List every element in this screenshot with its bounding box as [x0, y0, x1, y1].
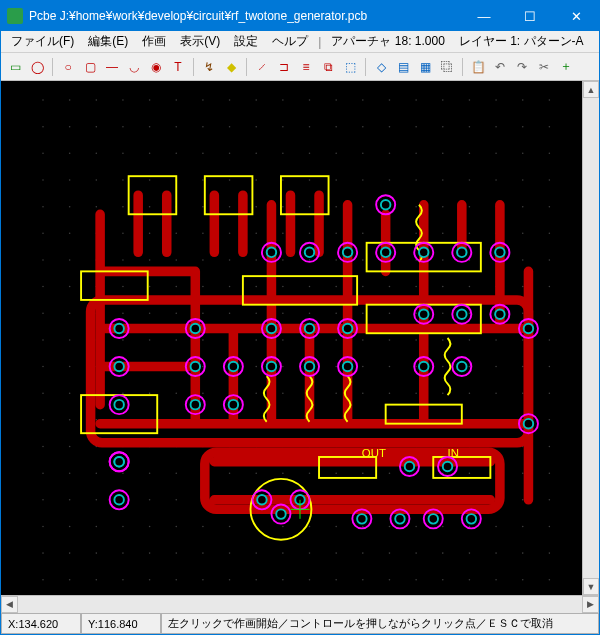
svg-point-173	[389, 312, 391, 314]
hscroll-track[interactable]	[18, 596, 582, 613]
svg-point-290	[309, 472, 311, 474]
svg-point-197	[495, 339, 497, 341]
menu-help[interactable]: ヘルプ	[266, 31, 314, 52]
svg-point-296	[469, 472, 471, 474]
paste-icon[interactable]: 📋	[468, 57, 488, 77]
svg-point-304	[149, 499, 151, 501]
scroll-down-icon[interactable]: ▼	[583, 578, 599, 595]
maximize-button[interactable]: ☐	[507, 1, 553, 31]
svg-point-58	[522, 153, 524, 155]
svg-point-362	[96, 579, 98, 581]
svg-point-291	[335, 472, 337, 474]
layer-info[interactable]: レイヤー 1: パターン-A	[453, 31, 590, 52]
aperture-info[interactable]: アパーチャ 18: 1.000	[325, 31, 450, 52]
svg-point-305	[175, 499, 177, 501]
minimize-button[interactable]: —	[461, 1, 507, 31]
svg-point-260	[42, 446, 44, 448]
svg-point-17	[495, 99, 497, 101]
svg-point-301	[69, 499, 71, 501]
pcb-canvas[interactable]: OUT IN	[1, 81, 599, 595]
svg-point-175	[442, 312, 444, 314]
lasso-icon[interactable]: ◇	[371, 57, 391, 77]
svg-point-375	[442, 579, 444, 581]
svg-point-300	[42, 499, 44, 501]
svg-point-280	[42, 472, 44, 474]
svg-point-23	[122, 126, 124, 128]
menu-file[interactable]: ファイル(F)	[5, 31, 80, 52]
svg-point-80	[42, 206, 44, 208]
shape-circle-icon[interactable]: ○	[58, 57, 78, 77]
svg-point-367	[229, 579, 231, 581]
scroll-up-icon[interactable]: ▲	[583, 81, 599, 98]
svg-point-62	[96, 179, 98, 181]
titlebar[interactable]: Pcbe J:¥home¥work¥develop¥circuit¥rf_two…	[1, 1, 599, 31]
svg-point-194	[415, 339, 417, 341]
svg-point-40	[42, 153, 44, 155]
vertical-scrollbar[interactable]: ▲ ▼	[582, 81, 599, 595]
horizontal-scrollbar[interactable]: ◀ ▶	[1, 595, 599, 612]
redo-icon[interactable]: ↷	[512, 57, 532, 77]
svg-point-18	[522, 99, 524, 101]
group-icon[interactable]: ⧉	[318, 57, 338, 77]
align-icon[interactable]: ≡	[296, 57, 316, 77]
svg-point-341	[69, 552, 71, 554]
svg-point-232	[362, 392, 364, 394]
arc-icon[interactable]: ◡	[124, 57, 144, 77]
svg-point-423	[305, 324, 315, 334]
cut2-icon[interactable]: ✂	[534, 57, 554, 77]
svg-point-171	[335, 312, 337, 314]
svg-point-33	[389, 126, 391, 128]
donut-icon[interactable]: ◉	[146, 57, 166, 77]
text-icon[interactable]: T	[168, 57, 188, 77]
svg-point-361	[69, 579, 71, 581]
svg-point-334	[415, 526, 417, 528]
menu-view[interactable]: 表示(V)	[174, 31, 226, 52]
svg-point-346	[202, 552, 204, 554]
svg-point-19	[549, 99, 551, 101]
target-icon[interactable]: ＋	[556, 57, 576, 77]
svg-point-183	[122, 339, 124, 341]
shape-rect-icon[interactable]: ▢	[80, 57, 100, 77]
svg-point-211	[335, 366, 337, 368]
cut-icon[interactable]: ⟋	[252, 57, 272, 77]
shape-ring-icon[interactable]: ◯	[27, 57, 47, 77]
route-icon[interactable]: ↯	[199, 57, 219, 77]
svg-point-283	[122, 472, 124, 474]
close-button[interactable]: ✕	[553, 1, 599, 31]
select-icon[interactable]: ▭	[5, 57, 25, 77]
svg-point-200	[42, 366, 44, 368]
pcb-drawing: OUT IN	[1, 81, 599, 595]
erase-icon[interactable]: ◆	[221, 57, 241, 77]
svg-point-351	[335, 552, 337, 554]
menu-settings[interactable]: 設定	[228, 31, 264, 52]
svg-point-82	[96, 206, 98, 208]
join-icon[interactable]: ⊐	[274, 57, 294, 77]
line-icon[interactable]: —	[102, 57, 122, 77]
svg-point-327	[229, 526, 231, 528]
layer-icon[interactable]: ▤	[393, 57, 413, 77]
svg-point-191	[335, 339, 337, 341]
scroll-right-icon[interactable]: ▶	[582, 596, 599, 613]
svg-point-421	[305, 248, 315, 258]
vscroll-track[interactable]	[583, 98, 599, 578]
copy-icon[interactable]: ⿻	[437, 57, 457, 77]
grid-icon[interactable]: ▦	[415, 57, 435, 77]
svg-point-195	[442, 339, 444, 341]
svg-point-281	[69, 472, 71, 474]
svg-point-55	[442, 153, 444, 155]
scroll-left-icon[interactable]: ◀	[1, 596, 18, 613]
menu-edit[interactable]: 編集(E)	[82, 31, 134, 52]
undo-icon[interactable]: ↶	[490, 57, 510, 77]
svg-point-213	[389, 366, 391, 368]
svg-point-289	[282, 472, 284, 474]
svg-point-449	[495, 248, 505, 258]
svg-point-193	[389, 339, 391, 341]
svg-point-238	[522, 392, 524, 394]
svg-point-366	[202, 579, 204, 581]
marquee-icon[interactable]: ⬚	[340, 57, 360, 77]
svg-point-379	[549, 579, 551, 581]
svg-point-64	[149, 179, 151, 181]
svg-point-79	[549, 179, 551, 181]
svg-point-445	[457, 309, 467, 319]
menu-draw[interactable]: 作画	[136, 31, 172, 52]
